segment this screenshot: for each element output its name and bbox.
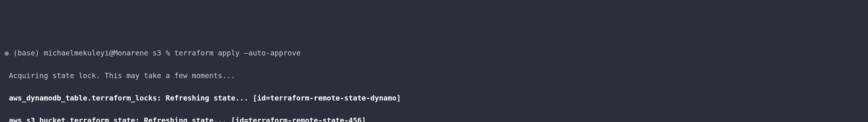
terminal-prompt-line: ● (base) michaelmekuleyi@Monarene s3 % t… [4, 48, 864, 59]
prompt-bullet-icon: ● [4, 49, 9, 57]
prompt-prefix: (base) michaelmekuleyi@Monarene s3 % [13, 49, 170, 57]
command-text: terraform apply —auto-approve [174, 49, 301, 57]
output-dynamodb-refresh: aws_dynamodb_table.terraform_locks: Refr… [4, 93, 864, 104]
output-s3bucket-refresh: aws_s3_bucket.terraform_state: Refreshin… [4, 115, 864, 122]
output-acquiring-lock: Acquiring state lock. This may take a fe… [4, 70, 864, 82]
